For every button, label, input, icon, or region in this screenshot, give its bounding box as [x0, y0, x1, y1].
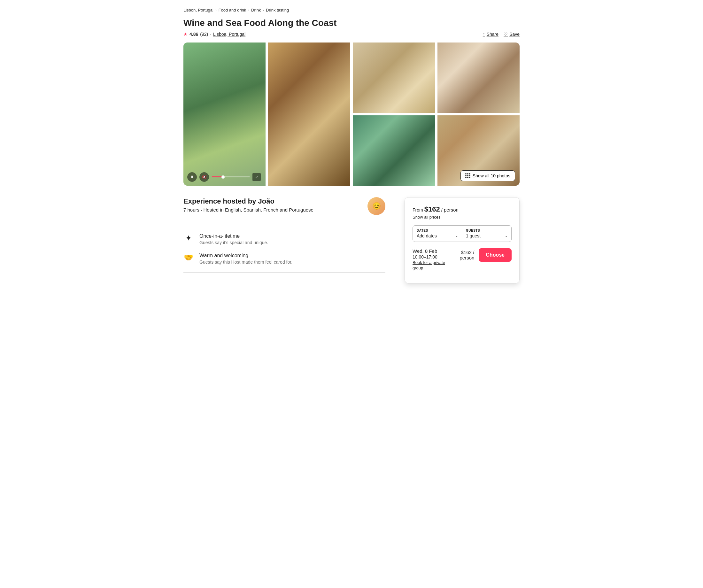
feature-desc-0: Guests say it's special and unique.: [200, 240, 268, 245]
host-info: Experience hosted by João 7 hours · Host…: [183, 197, 313, 213]
feature-content-0: Once-in-a-lifetime Guests say it's speci…: [200, 233, 268, 245]
breadcrumb-sep-2: ›: [263, 8, 264, 12]
mute-button[interactable]: 🔇: [200, 172, 209, 182]
date-option-row: Wed, 8 Feb 10:00–17:00 Book for a privat…: [412, 248, 512, 270]
progress-dot: [222, 175, 225, 178]
photo-cell-portrait: [438, 43, 520, 113]
grid-dot-3: [469, 173, 470, 174]
book-private-link[interactable]: Book for a private group: [412, 260, 445, 270]
grid-dot-2: [467, 173, 468, 174]
breadcrumb-item-3[interactable]: Drink tasting: [266, 8, 289, 12]
price-unit: / person: [441, 207, 459, 213]
rating-row: ★ 4.86 (92) · Lisboa, Portugal ↑ Share ♡…: [183, 31, 520, 37]
page-wrapper: Lisbon, Portugal › Food and drink › Drin…: [176, 0, 527, 296]
host-title: Experience hosted by João: [183, 197, 313, 206]
show-all-photos-button[interactable]: Show all 10 photos: [461, 170, 515, 181]
grid-dot-9: [469, 177, 470, 178]
rating-count: (92): [200, 31, 208, 37]
dates-selector[interactable]: DATES Add dates ⌄: [413, 226, 462, 241]
date-option-date: Wed, 8 Feb: [412, 248, 452, 254]
share-button[interactable]: ↑ Share: [483, 31, 498, 37]
grid-dot-7: [465, 177, 467, 178]
guests-label: GUESTS: [466, 229, 507, 232]
grid-dot-5: [467, 175, 468, 176]
price-row: From $162 / person: [412, 205, 512, 214]
date-option-right: $162 / person Choose: [452, 248, 512, 262]
progress-bar[interactable]: [212, 176, 250, 177]
guests-selector[interactable]: GUESTS 1 guest ⌄: [462, 226, 511, 241]
from-label: From: [412, 207, 423, 213]
listing-title: Wine and Sea Food Along the Coast: [183, 17, 520, 28]
grid-dot-8: [467, 177, 468, 178]
expand-button[interactable]: ⤢: [252, 173, 261, 181]
guests-chevron-icon: ⌄: [505, 234, 507, 237]
show-all-photos-label: Show all 10 photos: [473, 173, 510, 178]
handshake-icon: 🤝: [183, 253, 193, 262]
section-divider: [183, 272, 385, 273]
date-option-time: 10:00–17:00: [412, 254, 452, 260]
photo-grid: ⏸ 🔇 ⤢: [183, 43, 520, 186]
pause-icon: ⏸: [190, 175, 194, 179]
booking-card: From $162 / person Show all prices DATES…: [404, 197, 520, 284]
feature-row-0: ✦ Once-in-a-lifetime Guests say it's spe…: [183, 233, 385, 245]
guests-value: 1 guest: [466, 233, 481, 238]
left-column: Experience hosted by João 7 hours · Host…: [183, 197, 385, 280]
choose-button[interactable]: Choose: [479, 248, 512, 262]
mute-icon: 🔇: [202, 175, 207, 179]
booking-selectors: DATES Add dates ⌄ GUESTS 1 guest ⌄: [412, 225, 512, 242]
feature-row-1: 🤝 Warm and welcoming Guests say this Hos…: [183, 253, 385, 265]
photo-placeholder-food1: [353, 43, 435, 113]
grid-dot-6: [469, 175, 470, 176]
grid-dot-4: [465, 175, 467, 176]
share-label: Share: [487, 31, 498, 37]
photo-placeholder-dinner: [268, 43, 350, 186]
photo-placeholder-portrait: [438, 43, 520, 113]
rating-actions: ↑ Share ♡ Save: [483, 31, 520, 37]
date-option-left: Wed, 8 Feb 10:00–17:00 Book for a privat…: [412, 248, 452, 270]
photo-cell-food1: [353, 43, 435, 113]
main-content: Experience hosted by João 7 hours · Host…: [183, 197, 520, 284]
heart-icon: ♡: [503, 31, 508, 37]
photo-placeholder-wine1: [353, 116, 435, 186]
dates-value-row: Add dates ⌄: [417, 233, 458, 238]
breadcrumb-sep-0: ›: [215, 8, 217, 12]
date-option-price: $162 / person: [452, 249, 474, 261]
expand-icon: ⤢: [255, 175, 258, 179]
grid-icon: [465, 173, 470, 178]
rating-left: ★ 4.86 (92) · Lisboa, Portugal: [183, 31, 245, 37]
feature-title-1: Warm and welcoming: [200, 253, 292, 259]
avatar[interactable]: 😊: [368, 197, 385, 215]
star-icon: ★: [183, 31, 187, 37]
rating-location[interactable]: Lisboa, Portugal: [213, 31, 245, 37]
video-controls: ⏸ 🔇 ⤢: [187, 172, 261, 182]
breadcrumb: Lisbon, Portugal › Food and drink › Drin…: [183, 8, 520, 12]
rating-value: 4.86: [189, 31, 198, 37]
breadcrumb-item-0[interactable]: Lisbon, Portugal: [183, 8, 214, 12]
guests-value-row: 1 guest ⌄: [466, 233, 507, 238]
show-prices-link[interactable]: Show all prices: [412, 215, 512, 220]
host-section: Experience hosted by João 7 hours · Host…: [183, 197, 385, 224]
sparkle-icon: ✦: [183, 234, 193, 242]
save-label: Save: [510, 31, 520, 37]
rating-location-link[interactable]: Lisboa, Portugal: [213, 31, 245, 37]
dates-label: DATES: [417, 229, 458, 232]
dates-chevron-icon: ⌄: [455, 234, 458, 237]
breadcrumb-item-1[interactable]: Food and drink: [219, 8, 246, 12]
host-meta: 7 hours · Hosted in English, Spanish, Fr…: [183, 207, 313, 213]
rating-sep: ·: [210, 31, 211, 37]
photo-placeholder-landscape: [183, 43, 265, 186]
grid-dot-1: [465, 173, 467, 174]
share-icon: ↑: [483, 31, 485, 37]
breadcrumb-sep-1: ›: [248, 8, 249, 12]
avatar-image: 😊: [368, 197, 385, 215]
feature-desc-1: Guests say this Host made them feel care…: [200, 260, 292, 265]
photo-cell-landscape: ⏸ 🔇 ⤢: [183, 43, 265, 186]
pause-button[interactable]: ⏸: [187, 172, 197, 182]
dates-value: Add dates: [417, 233, 437, 238]
save-button[interactable]: ♡ Save: [503, 31, 520, 37]
feature-title-0: Once-in-a-lifetime: [200, 233, 268, 239]
breadcrumb-item-2[interactable]: Drink: [251, 8, 261, 12]
feature-content-1: Warm and welcoming Guests say this Host …: [200, 253, 292, 265]
photo-cell-dinner: [268, 43, 350, 186]
price-amount: $162: [424, 205, 440, 214]
